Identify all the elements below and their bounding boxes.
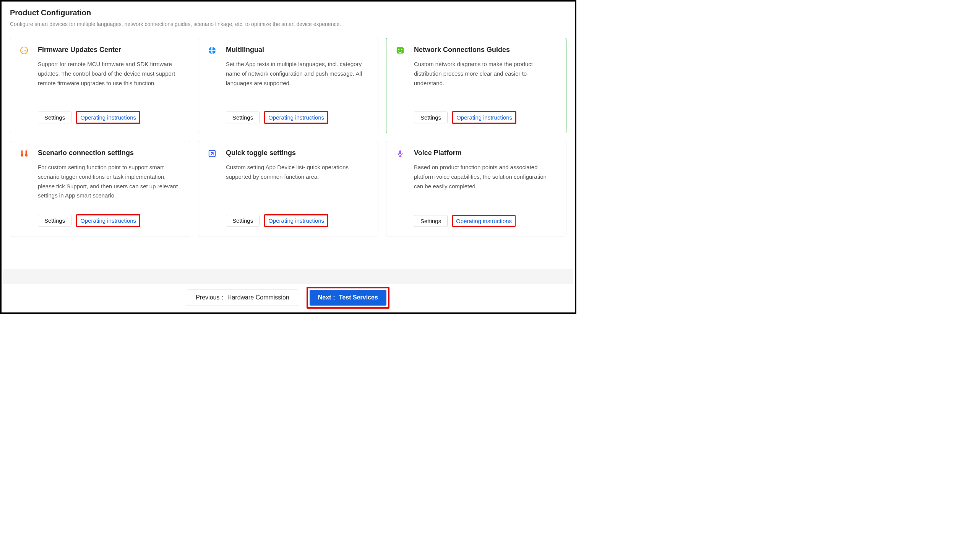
settings-button[interactable]: Settings	[38, 215, 71, 227]
previous-button[interactable]: Previous： Hardware Commission	[187, 290, 298, 306]
svg-point-4	[398, 49, 400, 50]
card-title: Firmware Updates Center	[38, 46, 121, 54]
ota-icon: OTA	[19, 46, 29, 55]
card-desc: Support for remote MCU firmware and SDK …	[38, 60, 181, 104]
footer-bar: Previous： Hardware Commission Next： Test…	[3, 269, 573, 311]
card-desc: Custom network diagrams to make the prod…	[414, 60, 557, 104]
network-icon	[396, 46, 405, 55]
svg-text:OTA: OTA	[21, 49, 26, 52]
footer-divider	[3, 269, 573, 284]
next-highlight: Next： Test Services	[307, 287, 389, 309]
card-quick-toggle: Quick toggle settings Custom setting App…	[198, 141, 378, 236]
settings-button[interactable]: Settings	[226, 215, 260, 227]
svg-point-6	[21, 154, 23, 156]
card-multilingual: Multilingual Set the App texts in multip…	[198, 38, 378, 133]
settings-button[interactable]: Settings	[414, 215, 448, 227]
svg-rect-9	[399, 150, 401, 154]
operating-instructions-link[interactable]: Operating instructions	[265, 215, 327, 226]
page-subtitle: Configure smart devices for multiple lan…	[10, 21, 566, 27]
svg-point-7	[25, 154, 27, 156]
card-firmware-updates: OTA Firmware Updates Center Support for …	[10, 38, 190, 133]
page-title: Product Configuration	[10, 8, 566, 17]
operating-instructions-link[interactable]: Operating instructions	[265, 112, 327, 123]
card-network-guides: Network Connections Guides Custom networ…	[386, 38, 566, 133]
card-title: Voice Platform	[414, 149, 462, 157]
card-desc: Set the App texts in multiple languages,…	[226, 60, 369, 104]
settings-button[interactable]: Settings	[226, 112, 260, 123]
mic-icon	[396, 149, 405, 158]
operating-instructions-link[interactable]: Operating instructions	[77, 112, 139, 123]
svg-point-5	[401, 49, 402, 50]
scenario-icon	[19, 149, 29, 158]
card-title: Scenario connection settings	[38, 149, 134, 157]
settings-button[interactable]: Settings	[414, 112, 448, 123]
card-title: Multilingual	[226, 46, 264, 54]
card-scenario-settings: Scenario connection settings For custom …	[10, 141, 190, 236]
globe-icon	[208, 46, 217, 55]
operating-instructions-link[interactable]: Operating instructions	[453, 216, 515, 226]
next-button[interactable]: Next： Test Services	[310, 290, 386, 306]
toggle-icon	[208, 149, 217, 158]
cards-grid: OTA Firmware Updates Center Support for …	[10, 38, 566, 236]
card-desc: For custom setting function point to sup…	[38, 163, 181, 207]
card-desc: Based on product function points and ass…	[414, 163, 557, 207]
card-title: Quick toggle settings	[226, 149, 296, 157]
card-voice-platform: Voice Platform Based on product function…	[386, 141, 566, 236]
settings-button[interactable]: Settings	[38, 112, 71, 123]
card-desc: Custom setting App Device list- quick op…	[226, 163, 369, 207]
operating-instructions-link[interactable]: Operating instructions	[77, 215, 139, 226]
card-title: Network Connections Guides	[414, 46, 510, 54]
operating-instructions-link[interactable]: Operating instructions	[453, 112, 515, 123]
